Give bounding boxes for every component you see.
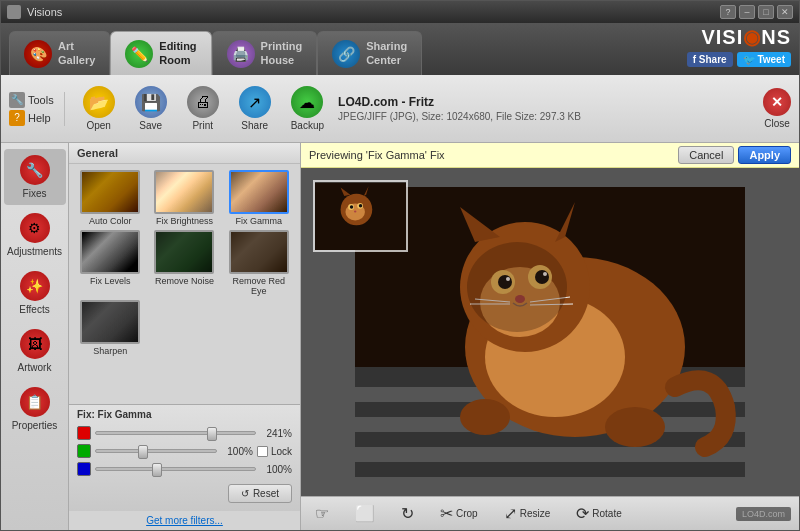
- help-button[interactable]: ?: [720, 5, 736, 19]
- open-icon: 📂: [83, 86, 115, 118]
- filter-thumb-brightness: [154, 170, 214, 214]
- filter-noise[interactable]: Remove Noise: [149, 230, 219, 296]
- share-label: Share: [241, 120, 268, 131]
- file-details: JPEG/JIFF (JPG), Size: 1024x680, File Si…: [338, 111, 763, 122]
- save-button[interactable]: 💾 Save: [127, 82, 175, 135]
- close-file-button[interactable]: ✕ Close: [763, 88, 791, 129]
- fix-title: Fix: Fix Gamma: [77, 409, 292, 420]
- lock-checkbox-input[interactable]: [257, 446, 268, 457]
- artwork-icon: 🖼: [20, 329, 50, 359]
- file-name: LO4D.com - Fritz: [338, 95, 763, 109]
- tab-editing-room[interactable]: ✏️ Editing Room: [110, 31, 211, 75]
- filter-sharpen[interactable]: Sharpen: [75, 300, 145, 356]
- preview-content: [301, 168, 799, 496]
- rotate-tool[interactable]: ⟳ Rotate: [570, 501, 627, 526]
- close-button[interactable]: ✕: [777, 5, 793, 19]
- filter-thumb-gamma: [229, 170, 289, 214]
- green-slider-row: 100% Lock: [77, 444, 292, 458]
- share-button[interactable]: ↗ Share: [231, 82, 279, 135]
- header-area: Visions ? – □ ✕ VISI◉NS f Share: [1, 1, 799, 75]
- green-slider-pct: 100%: [221, 446, 253, 457]
- select-tool[interactable]: ⬜: [349, 501, 381, 526]
- sidebar-item-artwork[interactable]: 🖼 Artwork: [4, 323, 66, 379]
- red-slider-row: 241%: [77, 426, 292, 440]
- red-slider-track[interactable]: [95, 431, 256, 435]
- sharing-center-icon: 🔗: [332, 40, 360, 68]
- tools-item[interactable]: 🔧 Tools: [9, 92, 54, 108]
- twitter-tweet-button[interactable]: 🐦 Tweet: [737, 52, 791, 67]
- crop-label: Crop: [456, 508, 478, 519]
- reset-button[interactable]: ↺ Reset: [228, 484, 292, 503]
- print-icon: 🖨: [187, 86, 219, 118]
- green-slider-thumb[interactable]: [138, 445, 148, 459]
- filter-thumb-autocolor: [80, 170, 140, 214]
- red-slider-thumb[interactable]: [207, 427, 217, 441]
- panel-header: General: [69, 143, 300, 164]
- app-icon: [7, 5, 21, 19]
- center-panel: General Auto Color Fix Brightness: [69, 143, 301, 530]
- red-color-box: [77, 426, 91, 440]
- rotate-free-tool[interactable]: ↻: [395, 501, 420, 526]
- filter-thumb-levels: [80, 230, 140, 274]
- pointer-icon: ☞: [315, 504, 329, 523]
- filter-thumb-noise: [154, 230, 214, 274]
- svg-point-35: [354, 210, 356, 212]
- filter-levels[interactable]: Fix Levels: [75, 230, 145, 296]
- preview-title: Previewing 'Fix Gamma' Fix: [309, 149, 445, 161]
- crop-icon: ✂: [440, 504, 453, 523]
- print-label: Print: [192, 120, 213, 131]
- filter-thumb-sharpen: [80, 300, 140, 344]
- reset-area: ↺ Reset: [77, 480, 292, 507]
- backup-button[interactable]: ☁ Backup: [283, 82, 332, 135]
- titlebar-left: Visions: [7, 5, 62, 19]
- svg-point-33: [350, 205, 353, 208]
- properties-label: Properties: [12, 420, 58, 431]
- maximize-button[interactable]: □: [758, 5, 774, 19]
- sidebar-item-properties[interactable]: 📋 Properties: [4, 381, 66, 437]
- filter-label-autocolor: Auto Color: [89, 216, 132, 226]
- filter-label-levels: Fix Levels: [90, 276, 131, 286]
- nav-tabs-bar: VISI◉NS f Share 🐦 Tweet 🎨 Art: [1, 23, 799, 75]
- filter-brightness[interactable]: Fix Brightness: [149, 170, 219, 226]
- rotate-free-icon: ↻: [401, 504, 414, 523]
- filter-autocolor[interactable]: Auto Color: [75, 170, 145, 226]
- more-filters-link[interactable]: Get more filters...: [69, 511, 300, 530]
- help-item[interactable]: ? Help: [9, 110, 54, 126]
- filter-label-gamma: Fix Gamma: [236, 216, 283, 226]
- sidebar: 🔧 Fixes ⚙ Adjustments ✨ Effects 🖼 Artwor…: [1, 143, 69, 530]
- help-icon: ?: [9, 110, 25, 126]
- filter-label-redeye: Remove Red Eye: [224, 276, 294, 296]
- rotate-icon: ⟳: [576, 504, 589, 523]
- preview-area: Previewing 'Fix Gamma' Fix Cancel Apply: [301, 143, 799, 530]
- filter-gamma[interactable]: Fix Gamma: [224, 170, 294, 226]
- pointer-tool[interactable]: ☞: [309, 501, 335, 526]
- tab-art-gallery[interactable]: 🎨 Art Gallery: [9, 31, 110, 75]
- green-slider-track[interactable]: [95, 449, 217, 453]
- blue-slider-track[interactable]: [95, 467, 256, 471]
- facebook-share-button[interactable]: f Share: [687, 52, 733, 67]
- main-content: 🔧 Fixes ⚙ Adjustments ✨ Effects 🖼 Artwor…: [1, 143, 799, 530]
- sidebar-item-fixes[interactable]: 🔧 Fixes: [4, 149, 66, 205]
- open-button[interactable]: 📂 Open: [75, 82, 123, 135]
- properties-icon: 📋: [20, 387, 50, 417]
- toolbar: 🔧 Tools ? Help 📂 Open 💾 Save 🖨 Print: [1, 75, 799, 143]
- sidebar-item-adjustments[interactable]: ⚙ Adjustments: [4, 207, 66, 263]
- minimize-button[interactable]: –: [739, 5, 755, 19]
- tab-printing-house[interactable]: 🖨️ Printing House: [212, 31, 318, 75]
- svg-point-24: [605, 407, 665, 447]
- print-button[interactable]: 🖨 Print: [179, 82, 227, 135]
- main-window: Visions ? – □ ✕ VISI◉NS f Share: [0, 0, 800, 531]
- tab-sharing-center[interactable]: 🔗 Sharing Center: [317, 31, 422, 75]
- cancel-button[interactable]: Cancel: [678, 146, 734, 164]
- tw-label: Tweet: [757, 54, 785, 65]
- blue-slider-thumb[interactable]: [152, 463, 162, 477]
- action-buttons: 📂 Open 💾 Save 🖨 Print ↗ Share ☁ Backup: [75, 82, 332, 135]
- crop-tool[interactable]: ✂ Crop: [434, 501, 484, 526]
- tools-label: Tools: [28, 94, 54, 106]
- filter-redeye[interactable]: Remove Red Eye: [224, 230, 294, 296]
- resize-tool[interactable]: ⤢ Resize: [498, 501, 557, 526]
- apply-button[interactable]: Apply: [738, 146, 791, 164]
- fixes-label: Fixes: [23, 188, 47, 199]
- filter-label-noise: Remove Noise: [155, 276, 214, 286]
- sidebar-item-effects[interactable]: ✨ Effects: [4, 265, 66, 321]
